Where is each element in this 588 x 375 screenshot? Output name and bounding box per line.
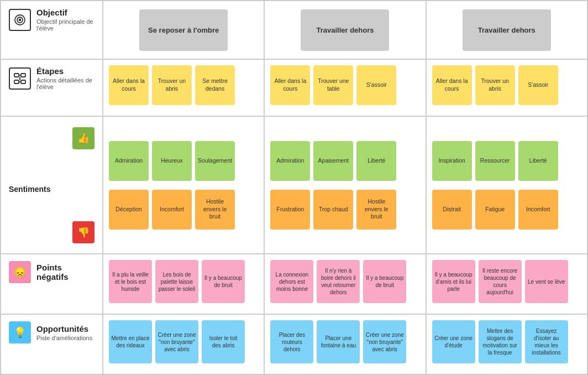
point-negatif-sticky: Il a plu la veille et le bois est humide [109,260,152,303]
opportunites-icon: 💡 [9,321,31,343]
sentiments-positive-row-3: Inspiration Ressourcer Liberté [432,141,558,181]
etape-sticky: Trouver une table [313,65,353,105]
sentiment-sticky: Fatigue [475,190,515,230]
etapes-icon [9,67,31,90]
objectif-col3: Travailler dehors [426,1,587,59]
opportunites-col2: Placer des routeurs dehors Placer une fo… [264,314,426,374]
etape-sticky: Aller dans la cours [432,65,472,105]
etape-sticky: S'assoir [518,65,558,105]
opportunite-sticky: Mettre en place des rideaux [109,320,152,363]
etape-sticky: S'assoir [356,65,396,105]
sentiment-sticky: Liberté [518,141,558,181]
opportunite-sticky: Créer une zone d'étude [432,320,475,363]
sentiment-sticky: Incomfort [152,190,192,230]
opportunites-col1: Mettre en place des rideaux Créer une zo… [103,314,264,374]
sentiment-sticky: Déception [109,190,149,230]
sentiment-sticky: Admiration [270,141,310,181]
sentiments-positive-row-2: Admiration Apaisement Liberté [270,141,396,181]
point-negatif-sticky: Les bois de palette laisse passer le sol… [155,260,198,303]
points-negatifs-col3: Il y a beaucoup d'amis et ils lui parle … [426,254,587,314]
opportunite-sticky: Isoler le toit des abris [202,320,245,363]
points-negatifs-col1: Il a plu la veille et le bois est humide… [103,254,264,314]
sentiments-col3: Inspiration Ressourcer Liberté Distrait … [426,116,587,254]
svg-rect-3 [14,74,19,77]
sentiment-sticky: Incomfort [518,190,558,230]
etapes-col1: Aller dans la cours Trouver un abris Se … [103,59,264,116]
svg-point-2 [19,19,21,20]
sentiment-sticky: Soulagement [195,141,235,181]
point-negatif-sticky: Il reste encore beaucoup de cours aujour… [479,260,522,303]
objectif-icon [9,9,31,31]
etapes-title: Étapes [36,66,95,76]
sentiment-sticky: Heureux [152,141,192,181]
sentiment-sticky: Admiration [109,141,149,181]
objectif-title: Objectif [36,8,95,17]
sentiment-sticky: Ressourcer [475,141,515,181]
objectif-card-2: Travailler dehors [301,9,389,51]
sentiments-title: Sentiments [9,185,50,194]
point-negatif-sticky: La connexion dehors est moins bonne [270,260,313,303]
opportunites-col3: Créer une zone d'étude Mettre des slogan… [426,314,587,374]
etape-sticky: Aller dans la cours [109,65,149,105]
opportunite-sticky: Mettre des slogans de motivation sur la … [479,320,522,363]
point-negatif-sticky: Il y a beaucoup de bruit [363,260,406,303]
main-grid: Objectif Objectif principale de l'élève … [0,0,588,375]
sentiment-sticky: Distrait [432,190,472,230]
objectif-subtitle: Objectif principale de l'élève [36,18,95,32]
points-negatifs-col2: La connexion dehors est moins bonne Il n… [264,254,426,314]
objectif-card-3: Travailler dehors [463,9,551,51]
etapes-col2: Aller dans la cours Trouver une table S'… [264,59,426,116]
svg-rect-4 [21,74,25,77]
etape-sticky: Trouver un abris [152,65,192,105]
opportunites-subtitle: Piste d'améliorations [36,335,92,341]
objectif-col2: Travailler dehors [264,1,426,59]
sentiment-sticky: Trop chaud [313,190,353,230]
sentiments-negative-row-2: Frustration Trop chaud Hostile envers le… [270,190,396,230]
point-negatif-sticky: Il y a beaucoup d'amis et ils lui parle [432,260,475,303]
etape-sticky: Aller dans la cours [270,65,310,105]
point-negatif-sticky: Il y a beaucoup de bruit [202,260,245,303]
svg-rect-6 [21,80,25,84]
etape-sticky: Trouver un abris [475,65,515,105]
sentiments-negative-row-1: Déception Incomfort Hostile envers le br… [109,190,235,230]
points-negatifs-title: Points négatifs [36,263,95,282]
sentiments-positive-row-1: Admiration Heureux Soulagement [109,141,235,181]
points-negatifs-icon: 😞 [9,261,31,283]
sentiment-sticky: Inspiration [432,141,472,181]
opportunite-sticky: Créer une zone "non bruyante" avec abris [363,320,406,363]
etapes-header-cell: Étapes Actions détaillées de l'élève [1,59,103,116]
sentiments-positive-icon: 👍 [72,127,95,149]
point-negatif-sticky: Il n'y rien à boire dehors il veut retou… [317,260,360,303]
opportunites-header-cell: 💡 Opportunités Piste d'améliorations [1,314,103,374]
points-negatifs-header-cell: 😞 Points négatifs [1,254,103,314]
etapes-subtitle: Actions détaillées de l'élève [36,77,95,90]
sentiments-col1: Admiration Heureux Soulagement Déception… [103,116,264,254]
opportunite-sticky: Placer une fontaine à eau [317,320,360,363]
objectif-header-cell: Objectif Objectif principale de l'élève [1,1,103,59]
opportunites-title: Opportunités [36,324,92,334]
point-negatif-sticky: Le vent se lève [525,260,568,303]
sentiment-sticky: Frustration [270,190,310,230]
opportunite-sticky: Essayez d'isoler au mieux les installati… [525,320,568,363]
objectif-col1: Se reposer à l'ombre [103,1,264,59]
etape-sticky: Se mettre dedans [195,65,235,105]
opportunite-sticky: Créer une zone "non bruyante" avec abris [155,320,198,363]
sentiment-sticky: Apaisement [313,141,353,181]
etapes-col3: Aller dans la cours Trouver un abris S'a… [426,59,587,116]
sentiment-sticky: Hostile envers le bruit [356,190,396,230]
opportunite-sticky: Placer des routeurs dehors [270,320,313,363]
sentiments-negative-icon: 👎 [72,221,95,243]
sentiments-col2: Admiration Apaisement Liberté Frustratio… [264,116,426,254]
svg-rect-5 [14,80,19,84]
objectif-card-1: Se reposer à l'ombre [139,9,228,51]
sentiments-negative-row-3: Distrait Fatigue Incomfort [432,190,558,230]
sentiment-sticky: Liberté [356,141,396,181]
sentiments-header-cell: 👍 Sentiments 👎 [1,116,103,254]
sentiment-sticky: Hostile envers le bruit [195,190,235,230]
